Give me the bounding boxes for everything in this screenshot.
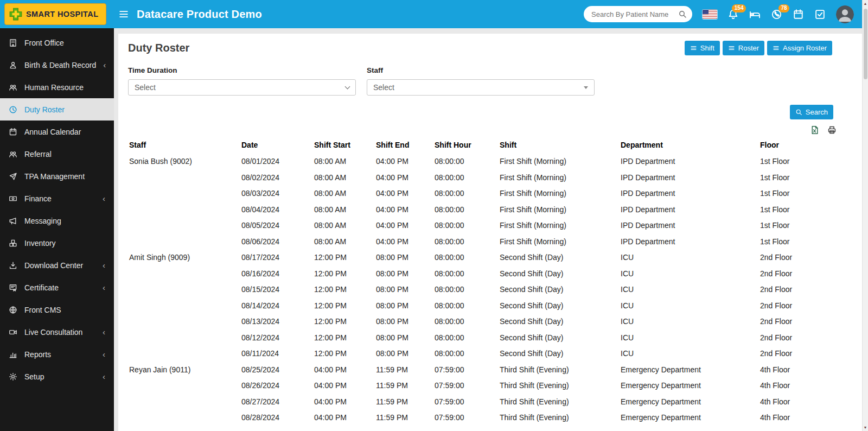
excel-export-icon[interactable] — [810, 125, 819, 135]
front-office-icon — [9, 39, 17, 47]
scrollbar-thumb[interactable] — [864, 9, 867, 79]
search-row: Search — [127, 96, 868, 119]
logo-text: SMART HOSPITAL — [26, 10, 98, 18]
sidebar-item-label: Inventory — [24, 239, 56, 248]
sidebar-item-reports[interactable]: Reports ‹ — [0, 343, 114, 365]
whatsapp-button[interactable]: 78 — [771, 9, 782, 20]
scroll-up-arrow[interactable]: ▲ — [864, 0, 867, 7]
sidebar-item-live-consultation[interactable]: Live Consultation ‹ — [0, 321, 114, 343]
sidebar-item-label: Reports — [24, 350, 51, 359]
hospital-cross-icon — [9, 7, 23, 21]
notification-badge: 154 — [732, 4, 746, 12]
plane-icon — [9, 172, 17, 181]
list-icon — [728, 45, 735, 52]
export-row — [127, 119, 868, 135]
globe-icon — [9, 306, 17, 314]
sidebar-item-front-office[interactable]: Front Office ‹ — [0, 31, 114, 54]
scroll-down-arrow[interactable]: ▼ — [864, 424, 867, 431]
sidebar-item-label: Certificate — [24, 283, 59, 292]
calendar-button[interactable] — [793, 9, 804, 20]
chevron-left-icon: ‹ — [103, 283, 105, 291]
hospital-logo[interactable]: SMART HOSPITAL — [4, 3, 106, 25]
table-row: 08/05/202408:00 AM04:00 PM08:00:00First … — [127, 218, 852, 234]
page-title: Duty Roster — [128, 42, 189, 54]
sidebar-item-tpa-management[interactable]: TPA Management ‹ — [0, 165, 114, 187]
search-button[interactable]: Search — [790, 105, 833, 119]
table-row: 08/26/202404:00 PM11:59 PM07:59:00Third … — [127, 378, 852, 394]
sidebar-item-label: Birth & Death Record — [24, 61, 96, 69]
shift-button[interactable]: Shift — [685, 41, 720, 55]
patient-search-input[interactable] — [591, 10, 678, 18]
message-badge: 78 — [778, 4, 789, 12]
list-icon — [773, 45, 780, 52]
table-row: 08/02/202408:00 AM04:00 PM08:00:00First … — [127, 170, 852, 186]
column-header-shift-hour: Shift Hour — [432, 136, 497, 154]
app-title: Datacare Product Demo — [137, 8, 262, 21]
table-header-row: StaffDateShift StartShift EndShift HourS… — [127, 136, 852, 154]
sidebar-item-inventory[interactable]: Inventory ‹ — [0, 232, 114, 254]
sidebar-item-certificate[interactable]: Certificate ‹ — [0, 276, 114, 299]
table-row: 08/12/202412:00 PM08:00 PM08:00:00Second… — [127, 330, 852, 346]
tasks-button[interactable] — [814, 9, 826, 20]
chevron-left-icon: ‹ — [103, 194, 105, 202]
table-row: 08/11/202412:00 PM08:00 PM08:00:00Second… — [127, 346, 852, 362]
sidebar-item-download-center[interactable]: Download Center ‹ — [0, 254, 114, 276]
top-navbar: SMART HOSPITAL Datacare Product Demo 154… — [0, 0, 868, 28]
print-icon[interactable] — [827, 125, 837, 135]
inventory-icon — [9, 239, 17, 248]
sidebar-item-front-cms[interactable]: Front CMS ‹ — [0, 299, 114, 321]
column-header-shift-start: Shift Start — [312, 136, 374, 154]
sidebar-item-label: Finance — [24, 194, 52, 203]
search-icon — [795, 109, 802, 116]
main-content: Duty Roster ShiftRosterAssign Roster Tim… — [114, 28, 868, 431]
vertical-scrollbar[interactable]: ▲ ▼ — [862, 0, 868, 431]
card-header: Duty Roster ShiftRosterAssign Roster — [127, 34, 868, 60]
sidebar-item-label: Setup — [24, 372, 44, 381]
sidebar-item-referral[interactable]: Referral ‹ — [0, 143, 114, 165]
time-duration-label: Time Duration — [128, 66, 356, 74]
staff-value: Select — [373, 83, 584, 92]
chevron-left-icon: ‹ — [103, 61, 106, 69]
assign-roster-button[interactable]: Assign Roster — [767, 41, 832, 55]
calendar-icon — [793, 9, 804, 20]
chevron-down-icon — [345, 84, 350, 89]
table-row: Amit Singh (9009)08/17/202412:00 PM08:00… — [127, 250, 852, 266]
calendar-icon — [9, 128, 17, 136]
sidebar-item-label: Front Office — [24, 39, 64, 47]
bed-status-button[interactable] — [749, 9, 761, 20]
sidebar-item-human-resource[interactable]: Human Resource ‹ — [0, 76, 114, 98]
sidebar-item-label: Referral — [24, 150, 52, 159]
sidebar-item-annual-calendar[interactable]: Annual Calendar ‹ — [0, 121, 114, 143]
sidebar: Front Office ‹ Birth & Death Record ‹ Hu… — [0, 28, 114, 431]
time-duration-select[interactable]: Select — [128, 79, 356, 96]
table-row: 08/14/202412:00 PM08:00 PM08:00:00Second… — [127, 298, 852, 314]
chevron-left-icon: ‹ — [103, 372, 105, 381]
table-row: Reyan Jain (9011)08/25/202404:00 PM11:59… — [127, 362, 852, 378]
roster-button[interactable]: Roster — [723, 41, 764, 55]
sidebar-item-birth-death-record[interactable]: Birth & Death Record ‹ — [0, 54, 114, 76]
chart-icon — [9, 350, 17, 359]
staff-select[interactable]: Select — [367, 79, 595, 96]
patient-search — [584, 6, 692, 22]
video-icon — [9, 328, 17, 337]
sidebar-item-setup[interactable]: Setup ‹ — [0, 365, 114, 388]
sidebar-item-duty-roster[interactable]: Duty Roster ‹ — [0, 98, 114, 121]
table-row: 08/28/202404:00 PM11:59 PM07:59:00Third … — [127, 410, 852, 426]
column-header-shift: Shift — [497, 136, 618, 154]
notifications-button[interactable]: 154 — [727, 9, 739, 20]
header-buttons: ShiftRosterAssign Roster — [685, 41, 832, 55]
sidebar-item-label: Human Resource — [24, 83, 84, 92]
megaphone-icon — [9, 217, 17, 225]
user-avatar[interactable] — [836, 5, 854, 23]
sidebar-item-label: TPA Management — [24, 172, 85, 181]
menu-toggle-button[interactable] — [118, 9, 129, 20]
sidebar-item-messaging[interactable]: Messaging ‹ — [0, 210, 114, 232]
search-icon[interactable] — [678, 10, 687, 18]
language-flag-us-icon[interactable] — [703, 10, 717, 19]
sidebar-item-label: Live Consultation — [24, 328, 82, 337]
gears-icon — [9, 372, 17, 381]
chevron-left-icon: ‹ — [103, 350, 105, 358]
sidebar-item-finance[interactable]: Finance ‹ — [0, 187, 114, 210]
sidebar-item-label: Download Center — [24, 261, 83, 270]
certificate-icon — [9, 283, 17, 292]
